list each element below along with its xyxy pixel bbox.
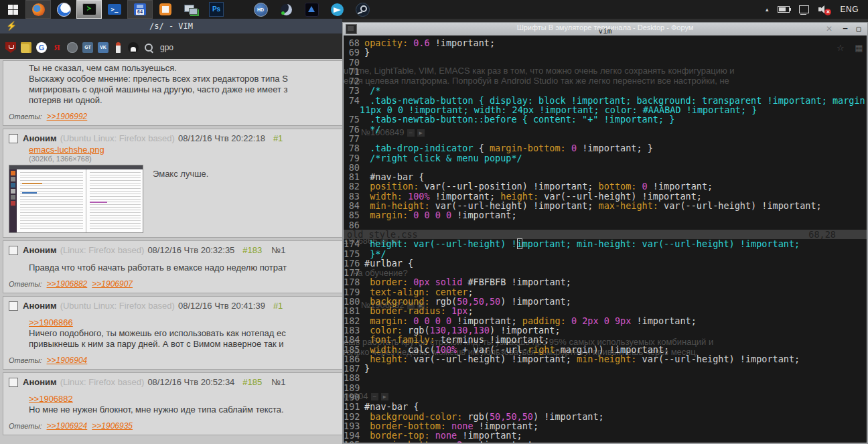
hd-icon[interactable]: HD <box>248 0 273 19</box>
ublock-icon[interactable] <box>5 42 16 53</box>
post-count: #183 <box>242 244 262 256</box>
image-thumbnail[interactable] <box>9 165 143 233</box>
vim-line: 81 #nav-bar { <box>344 172 867 181</box>
browser-titlebar[interactable]: ⚡ /s/ - VIM <box>0 19 342 33</box>
code-token: ) !important; <box>500 296 571 307</box>
code-token: #FBFBFB !important; <box>462 277 571 287</box>
vim-line: 180 background: rgb(50,50,50) !important… <box>344 297 867 306</box>
knot-icon[interactable] <box>299 0 324 19</box>
post-author: Аноним <box>23 300 57 311</box>
language-indicator[interactable]: ENG <box>840 5 859 14</box>
terminal-window: Шрифты В эмуляторе терминала - Desktop -… <box>342 22 868 444</box>
terminal-titlebar[interactable]: Шрифты В эмуляторе терминала - Desktop -… <box>343 23 867 35</box>
vim-line: 186 height: var(--url-height) !important… <box>344 354 867 364</box>
hd-glyph: HD <box>254 3 268 17</box>
browser-window: ⚡ /s/ - VIM GЯGTVKgpo Ты не сказал, чем … <box>0 19 342 444</box>
reply-link[interactable]: >>1906904 <box>47 356 88 365</box>
thumbnail-editor <box>17 169 143 232</box>
quote-link[interactable]: >>1906882 <box>29 394 73 404</box>
vim-line: 189 <box>344 383 867 392</box>
volume-muted-icon[interactable]: ✕ <box>818 5 830 14</box>
line-number: 176 <box>344 258 360 268</box>
code-token: height: var(--url-height) ! <box>364 238 517 249</box>
start-glyph <box>8 5 18 15</box>
code-token: opacity: <box>364 38 408 48</box>
gt-icon[interactable]: GT <box>82 42 93 53</box>
tray-chevron-icon[interactable]: ▴ <box>766 6 769 13</box>
bluedisc-glyph <box>57 3 71 17</box>
post-media-row: Эмакс лучше. <box>9 165 342 233</box>
code-token: ) !important; <box>533 411 604 422</box>
telegram-icon[interactable] <box>324 0 350 19</box>
vim-line: 184 font-family: terminus !important; <box>344 335 867 344</box>
firefox-icon[interactable] <box>25 0 51 19</box>
reply-link[interactable]: >>1906907 <box>92 279 133 289</box>
lightning-icon: ⚡ <box>6 21 17 31</box>
post-author: Аноним <box>23 376 57 388</box>
line-number: 72 <box>344 76 360 86</box>
vice-glyph <box>134 3 146 15</box>
vim-line: 175 }*/ <box>344 249 867 258</box>
vim-line: 174 height: var(--url-height) !important… <box>344 239 867 248</box>
battery-icon[interactable] <box>778 6 790 13</box>
vim-line: 68opacity: 0.6 !important; <box>344 38 867 48</box>
post-checkbox[interactable] <box>9 246 18 255</box>
search-icon[interactable] <box>143 42 154 53</box>
vice-icon[interactable] <box>127 0 153 19</box>
code-token: margin-bottom: <box>370 439 446 443</box>
reply-link[interactable]: >>1906882 <box>47 279 88 289</box>
post-number: №1 <box>271 376 285 388</box>
reply-link[interactable]: >>1906992 <box>47 112 88 121</box>
conemu-icon[interactable]: ≻ <box>76 0 102 19</box>
replies-label: Ответы: <box>9 113 42 121</box>
post-author: Аноним <box>23 133 57 144</box>
post-checkbox[interactable] <box>9 301 18 311</box>
post-author: Аноним <box>23 244 57 256</box>
vim-line: 179 text-align: center; <box>344 287 867 297</box>
moon-icon[interactable] <box>273 0 299 19</box>
vk-icon[interactable]: VK <box>98 42 108 53</box>
vim-line: 78 .tab-drop-indicator { margin-bottom: … <box>344 143 867 153</box>
post-number: №1 <box>271 244 285 256</box>
globe-icon[interactable] <box>67 42 78 53</box>
line-number: 180 <box>344 297 360 306</box>
vim-line: 195 margin-bottom: -2px !important; <box>344 440 867 443</box>
maximize-button[interactable]: ▢ <box>853 23 865 35</box>
reply-link[interactable]: >>1906935 <box>92 421 133 431</box>
network-icon[interactable] <box>799 5 809 13</box>
code-token: !important; <box>631 315 697 326</box>
line-number: 188 <box>344 373 360 382</box>
vim-statusline: old_style.css68,28 <box>344 230 867 239</box>
quote-link[interactable]: >>1906866 <box>29 317 73 328</box>
vim-line: 11px 0 0 !important; width: 24px !import… <box>344 105 867 115</box>
powershell-icon[interactable]: >_ <box>102 0 127 19</box>
yandex-icon[interactable]: Я <box>52 42 62 53</box>
post-text: Правда что чтоб начать работать в емаксе… <box>9 263 342 273</box>
reply-link[interactable]: >>1906924 <box>47 421 88 431</box>
vmware-icon[interactable] <box>153 0 178 19</box>
post-replies: Ответы:>>1906924>>1906935 <box>9 421 342 431</box>
post-checkbox[interactable] <box>9 378 18 387</box>
vim-line: 79 /*right click & menu popup*/ <box>344 153 867 163</box>
github-icon[interactable] <box>128 42 139 53</box>
rdp-icon[interactable] <box>178 0 204 19</box>
post-text-line: Ты не сказал, чем сам пользуешься. <box>9 63 342 74</box>
terminal-screen[interactable]: ublime, LightTable, VIM, EMACS как раз в… <box>344 35 867 443</box>
google-icon[interactable]: G <box>36 42 47 53</box>
notes-icon[interactable] <box>21 42 31 53</box>
system-tray: ▴ ✕ ENG <box>766 0 868 19</box>
bookmark-label[interactable]: gpo <box>160 43 173 53</box>
steam-icon[interactable] <box>350 0 375 19</box>
post-text-line: мигрировать с одной машины на другую, ча… <box>9 84 342 95</box>
bluedisc-icon[interactable] <box>51 0 76 19</box>
file-link[interactable]: emacs-luchshe.png <box>29 145 342 155</box>
rocket-icon[interactable] <box>116 42 121 53</box>
code-token: #urlbar { <box>364 258 413 269</box>
minimize-button[interactable]: – <box>839 23 851 35</box>
code-token: !important; } <box>577 143 653 153</box>
start-icon[interactable] <box>0 0 25 19</box>
post-checkbox[interactable] <box>9 134 18 143</box>
vim-line: 177 <box>344 268 867 277</box>
photoshop-icon[interactable]: Ps <box>204 0 229 19</box>
vim-line: 194 border-top: none !important; <box>344 431 867 440</box>
